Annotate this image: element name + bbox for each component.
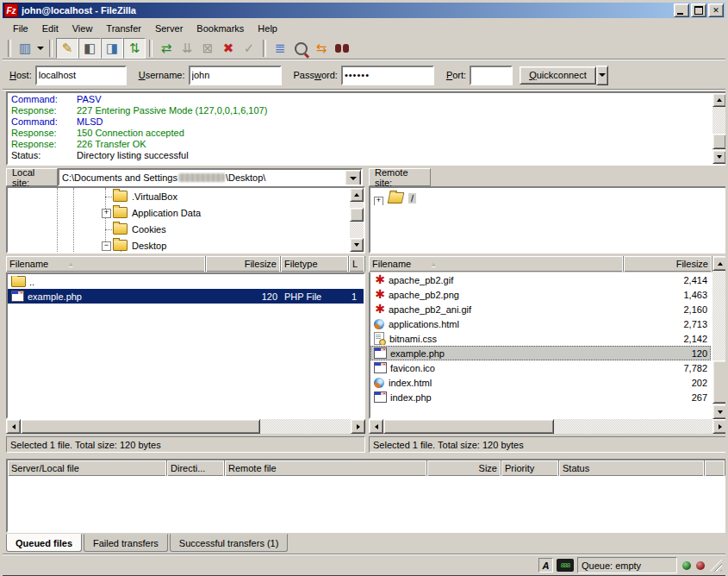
site-manager-icon: ▥ <box>19 41 31 56</box>
scroll-right-button[interactable] <box>712 419 727 434</box>
column-header-filesize[interactable]: Filesize <box>206 256 281 272</box>
scroll-down-button[interactable] <box>712 150 726 164</box>
find-files-button[interactable] <box>290 39 311 58</box>
menu-view[interactable]: View <box>65 22 100 35</box>
column-header-filename[interactable]: Filename▲ <box>369 256 624 272</box>
resize-grip[interactable] <box>710 560 722 572</box>
tab-successful-transfers[interactable]: Successful transfers (1) <box>170 534 289 552</box>
filezilla-app-icon: Fz <box>4 3 18 17</box>
menu-transfer[interactable]: Transfer <box>99 22 148 35</box>
column-header-priority[interactable]: Priority <box>501 460 559 476</box>
toggle-remote-treeview-button[interactable]: ◨ <box>101 38 123 59</box>
file-row[interactable]: favicon.ico7,782 <box>370 360 711 375</box>
file-row[interactable]: applications.html2,713 <box>370 316 711 331</box>
local-site-combobox[interactable]: C:\Documents and Settings\Desktop\ <box>58 168 363 186</box>
tree-item[interactable]: − Desktop <box>8 238 335 253</box>
menu-server[interactable]: Server <box>148 22 190 35</box>
collapse-icon[interactable]: − <box>102 241 111 251</box>
tree-item[interactable]: .VirtualBox <box>8 189 335 203</box>
expand-icon[interactable]: + <box>374 197 383 205</box>
toggle-local-treeview-button[interactable]: ◧ <box>78 38 101 59</box>
username-label: Username: <box>139 70 185 80</box>
scroll-left-button[interactable] <box>369 419 383 434</box>
scroll-down-button[interactable] <box>350 238 364 252</box>
scroll-right-button[interactable] <box>351 419 365 434</box>
close-button[interactable]: ✕ <box>708 3 724 17</box>
scroll-up-button[interactable] <box>712 93 726 107</box>
redacted-username <box>178 173 225 182</box>
column-header-remote-file[interactable]: Remote file <box>225 460 427 476</box>
file-row[interactable]: .. <box>8 274 364 289</box>
scrollbar-thumb[interactable] <box>21 419 260 434</box>
refresh-button[interactable]: ⇄ <box>156 39 177 58</box>
tree-item[interactable]: + Application Data <box>8 205 335 220</box>
file-row[interactable]: index.php267 <box>370 390 711 404</box>
remote-file-list[interactable]: ✱apache_pb2.gif2,414 ✱apache_pb2.png1,46… <box>369 272 712 419</box>
column-header-filetype[interactable]: Filetype <box>281 256 349 272</box>
queue-body[interactable] <box>8 477 725 531</box>
tree-item[interactable]: Cookies <box>8 222 335 236</box>
maximize-button[interactable] <box>691 3 706 17</box>
file-row-selected[interactable]: example.php120 <box>370 346 711 360</box>
quickconnect-dropdown[interactable] <box>596 66 608 85</box>
disconnect-button[interactable]: ✖ <box>218 39 239 58</box>
scroll-up-button[interactable] <box>350 188 364 202</box>
menu-bar: File Edit View Transfer Server Bookmarks… <box>3 19 725 37</box>
transfer-type-ascii-icon[interactable]: A <box>538 558 553 573</box>
tree-item[interactable]: + / <box>374 191 701 205</box>
column-header-filename[interactable]: Filename▲ <box>6 256 206 272</box>
menu-edit[interactable]: Edit <box>35 22 65 35</box>
scrollbar-thumb[interactable] <box>383 419 554 434</box>
remote-directory-tree[interactable]: + / <box>369 186 727 254</box>
column-header-server-local-file[interactable]: Server/Local file <box>8 460 167 476</box>
username-input[interactable] <box>189 66 282 85</box>
toggle-message-log-button[interactable]: ✎ <box>56 38 78 59</box>
image-file-icon: ✱ <box>374 304 386 315</box>
file-row-selected[interactable]: example.php 120 PHP File 1 <box>8 289 364 304</box>
password-input[interactable] <box>341 66 434 85</box>
file-row[interactable]: ✱apache_pb2_ani.gif2,160 <box>370 302 711 316</box>
scroll-down-button[interactable] <box>712 404 727 419</box>
disconnect-icon: ✖ <box>223 41 234 56</box>
site-manager-button[interactable]: ▥ <box>15 39 35 58</box>
site-manager-dropdown[interactable] <box>35 39 46 58</box>
synchronized-browsing-button[interactable] <box>332 39 352 58</box>
port-input[interactable] <box>470 66 513 85</box>
remote-treeview-icon: ◨ <box>106 41 118 56</box>
menu-file[interactable]: File <box>6 22 35 35</box>
arrow-down-icon <box>717 155 722 159</box>
column-header-filesize[interactable]: Filesize <box>624 256 712 272</box>
file-row[interactable]: ✱apache_pb2.gif2,414 <box>370 272 711 287</box>
minimize-button[interactable] <box>674 3 689 17</box>
scrollbar-thumb[interactable] <box>712 360 727 404</box>
remote-selection-status: Selected 1 file. Total size: 120 bytes <box>369 436 727 453</box>
compare-directories-icon: ⇆ <box>316 41 327 56</box>
column-header-direction[interactable]: Directi... <box>167 460 225 476</box>
speed-limits-icon[interactable]: 888 <box>557 559 574 572</box>
tab-queued-files[interactable]: Queued files <box>6 534 82 552</box>
compare-directories-button[interactable]: ⇆ <box>311 39 332 58</box>
column-header-status[interactable]: Status <box>559 460 705 476</box>
expand-icon[interactable]: + <box>102 209 111 218</box>
file-row[interactable]: ✱apache_pb2.png1,463 <box>370 287 711 302</box>
filter-button[interactable]: ≣ <box>270 39 290 58</box>
php-file-icon <box>374 347 387 359</box>
title-bar[interactable]: Fz john@localhost - FileZilla ✕ <box>3 3 725 18</box>
scroll-left-button[interactable] <box>6 419 21 434</box>
file-row[interactable]: bitnami.css2,142 <box>370 331 711 346</box>
local-file-list[interactable]: .. example.php 120 PHP File 1 <box>6 272 365 419</box>
menu-help[interactable]: Help <box>251 22 284 35</box>
quickconnect-button[interactable]: Quickconnect <box>520 66 596 85</box>
local-site-dropdown[interactable] <box>345 170 361 186</box>
file-row[interactable]: index.html202 <box>370 375 711 390</box>
tab-failed-transfers[interactable]: Failed transfers <box>84 534 168 552</box>
menu-bookmarks[interactable]: Bookmarks <box>190 22 251 35</box>
scroll-up-button[interactable] <box>712 256 727 271</box>
scrollbar-thumb[interactable] <box>712 134 726 149</box>
column-header-modified[interactable]: L <box>349 256 365 272</box>
local-directory-tree[interactable]: .VirtualBox + Application Data Cookies −… <box>6 186 365 254</box>
toggle-transfer-queue-button[interactable]: ⇅ <box>123 38 146 59</box>
host-input[interactable] <box>35 66 127 85</box>
scrollbar-thumb[interactable] <box>350 208 364 222</box>
column-header-size[interactable]: Size <box>427 460 501 476</box>
